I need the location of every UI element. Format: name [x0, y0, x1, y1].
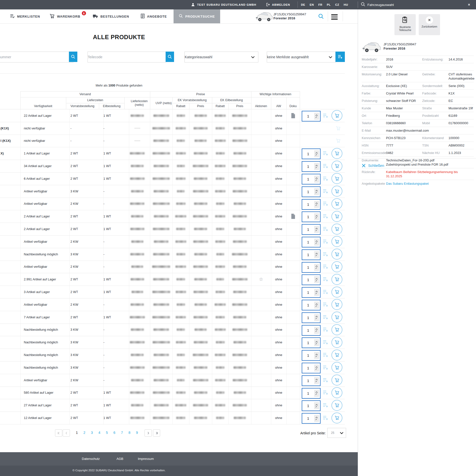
add-to-cart-button[interactable] [331, 387, 343, 399]
add-to-merkliste-button[interactable] [322, 349, 329, 361]
add-to-cart-button[interactable] [331, 311, 343, 324]
add-to-list-icon[interactable] [323, 352, 328, 357]
add-to-merkliste-button[interactable] [322, 261, 329, 273]
add-to-list-icon[interactable] [323, 315, 328, 320]
add-to-cart-button[interactable] [331, 273, 343, 286]
language-de[interactable]: DE [301, 3, 305, 6]
stepper-arrows[interactable] [314, 364, 319, 372]
add-to-cart-button[interactable] [331, 324, 343, 336]
add-to-cart-button[interactable] [331, 412, 343, 424]
add-to-merkliste-button[interactable] [322, 235, 329, 248]
pagination-page-9[interactable]: 9 [134, 431, 140, 435]
reset-vehicle-button[interactable]: ✕ Zurücksetzen [419, 14, 440, 35]
add-to-cart-button[interactable] [331, 286, 343, 298]
detail-value[interactable]: Das Subaru Entlastungspaket [386, 181, 474, 186]
add-to-merkliste-button[interactable] [322, 412, 329, 424]
detail-value[interactable]: Zubehörprospekt und Preisliste FOR 16.pd… [386, 162, 474, 167]
add-to-cart-button[interactable] [331, 109, 343, 122]
stepper-arrows[interactable] [314, 251, 319, 258]
add-to-cart-button[interactable] [331, 210, 343, 223]
logout-button[interactable]: ABMELDEN [266, 0, 290, 9]
footer-link-datenschutz[interactable]: Datenschutz [82, 457, 100, 461]
stepper-arrows[interactable] [314, 213, 319, 220]
merkliste-add-button[interactable] [335, 52, 345, 62]
promo-star-icon[interactable]: ☆ [259, 276, 263, 282]
stepper-arrows[interactable] [314, 113, 319, 120]
add-to-merkliste-button[interactable] [322, 198, 329, 210]
add-to-merkliste-button[interactable] [322, 109, 329, 122]
doc-file-icon[interactable] [291, 214, 295, 219]
quantity-stepper[interactable]: 1 [302, 350, 321, 361]
menu-icon[interactable] [331, 14, 338, 20]
add-to-cart-button[interactable] [331, 261, 343, 273]
nav-angebote[interactable]: ANGEBOTE [141, 9, 167, 23]
pagination-page-2[interactable]: 2 [82, 431, 87, 435]
stepper-arrows[interactable] [314, 301, 319, 309]
add-to-cart-button[interactable] [331, 235, 343, 248]
stepper-arrows[interactable] [314, 415, 319, 422]
add-to-list-icon[interactable] [323, 403, 328, 408]
quantity-stepper[interactable]: 1 [302, 388, 321, 399]
add-to-cart-button[interactable] [331, 399, 343, 412]
add-to-list-icon[interactable] [323, 277, 328, 282]
add-to-merkliste-button[interactable] [322, 273, 329, 286]
add-to-merkliste-button[interactable] [322, 387, 329, 399]
pagination-page-4[interactable]: 4 [97, 431, 102, 435]
pagination-page-1[interactable]: 1 [74, 431, 80, 435]
add-to-list-icon[interactable] [323, 189, 328, 194]
add-to-merkliste-button[interactable] [322, 172, 329, 185]
stepper-arrows[interactable] [314, 188, 319, 195]
add-to-list-icon[interactable] [323, 113, 328, 118]
add-to-merkliste-button[interactable] [322, 361, 329, 374]
quantity-stepper[interactable]: 1 [302, 186, 321, 197]
add-to-list-icon[interactable] [323, 176, 328, 181]
pagination-page-8[interactable]: 8 [127, 431, 132, 435]
quantity-stepper[interactable]: 1 [302, 149, 321, 159]
vehicle-search-icon[interactable] [318, 13, 324, 20]
language-fr[interactable]: FR [318, 3, 322, 6]
quantity-stepper[interactable]: 1 [302, 211, 321, 222]
stepper-arrows[interactable] [314, 289, 319, 296]
add-to-list-icon[interactable] [323, 264, 328, 269]
add-to-merkliste-button[interactable] [322, 185, 329, 198]
add-to-list-icon[interactable] [323, 289, 328, 295]
quantity-stepper[interactable]: 1 [302, 325, 321, 336]
vehicle-search-clear-icon[interactable]: ✕ [468, 0, 471, 9]
stepper-arrows[interactable] [314, 377, 319, 384]
quantity-stepper[interactable]: 1 [302, 363, 321, 373]
pagination-page-6[interactable]: 6 [112, 431, 117, 435]
add-to-cart-button[interactable] [331, 198, 343, 210]
add-to-merkliste-button[interactable] [322, 160, 329, 172]
add-to-list-icon[interactable] [323, 415, 328, 420]
stepper-arrows[interactable] [314, 150, 319, 157]
add-to-cart-button[interactable] [331, 160, 343, 172]
add-to-merkliste-button[interactable] [322, 286, 329, 298]
teilenummer-input[interactable]: Teilenummer [0, 52, 73, 62]
add-to-cart-button[interactable] [331, 147, 343, 160]
add-to-merkliste-button[interactable] [322, 210, 329, 223]
add-to-merkliste-button[interactable] [322, 399, 329, 412]
pagination-first-button[interactable] [55, 429, 62, 437]
add-to-merkliste-button[interactable] [322, 336, 329, 349]
quantity-stepper[interactable]: 1 [302, 300, 321, 310]
pagination-page-7[interactable]: 7 [119, 431, 125, 435]
detail-value[interactable]: Kabelbaum Beifahrer-Sitzbelegungserkennu… [386, 170, 474, 178]
stepper-arrows[interactable] [314, 327, 319, 334]
stepper-arrows[interactable] [314, 226, 319, 233]
add-to-cart-button[interactable] [331, 223, 343, 235]
illustrated-parts-search-button[interactable]: Illustrierte Teilesuche [394, 14, 416, 35]
footer-link-impressum[interactable]: Impressum [138, 457, 154, 461]
quantity-stepper[interactable]: 1 [302, 249, 321, 260]
stepper-arrows[interactable] [314, 339, 319, 346]
quantity-stepper[interactable]: 1 [302, 262, 321, 273]
language-pl[interactable]: PL [327, 3, 331, 6]
nav-warenkorb[interactable]: WARENKORB [50, 9, 80, 23]
add-to-merkliste-button[interactable] [322, 324, 329, 336]
pagination-last-button[interactable] [153, 429, 160, 437]
close-sidebar-button[interactable]: Schließen [362, 164, 384, 168]
add-to-list-icon[interactable] [323, 302, 328, 307]
nav-produktsuche-active-tab[interactable]: PRODUKTSUCHE [174, 9, 220, 23]
add-to-list-icon[interactable] [323, 201, 328, 206]
teilenummer-search-button[interactable] [69, 52, 77, 62]
quantity-stepper[interactable]: 1 [302, 237, 321, 247]
